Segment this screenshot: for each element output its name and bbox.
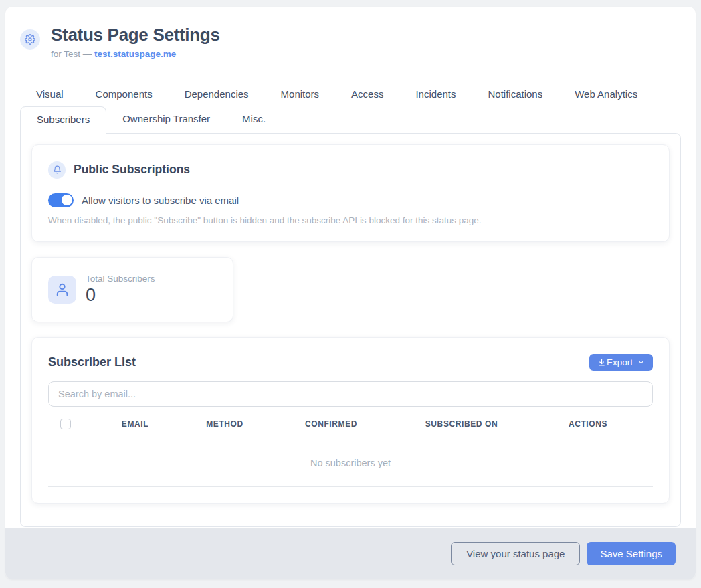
page-header: Status Page Settings for Test — test.sta…	[5, 7, 696, 59]
page-footer: View your status page Save Settings	[5, 528, 696, 579]
subscribe-toggle-row: Allow visitors to subscribe via email	[48, 193, 653, 207]
empty-state-text: No subscribers yet	[48, 439, 653, 487]
export-button-label: Export	[607, 357, 633, 367]
tab-web-analytics[interactable]: Web Analytics	[559, 82, 654, 106]
tab-incidents[interactable]: Incidents	[399, 82, 472, 106]
subscriber-list-header: Subscriber List Export	[48, 354, 653, 371]
export-button[interactable]: Export	[589, 354, 653, 371]
total-subscribers-card: Total Subscribers 0	[31, 257, 233, 322]
chevron-down-icon	[637, 359, 645, 366]
page-title: Status Page Settings	[51, 25, 220, 45]
tab-monitors[interactable]: Monitors	[265, 82, 336, 106]
subscribers-tab-panel: Public Subscriptions Allow visitors to s…	[20, 133, 681, 527]
toggle-help-text: When disabled, the public "Subscribe" bu…	[48, 215, 653, 225]
stat-label: Total Subscribers	[86, 274, 155, 284]
column-header-actions: ACTIONS	[523, 419, 653, 429]
table-header-row: EMAIL METHOD CONFIRMED SUBSCRIBED ON ACT…	[48, 419, 653, 439]
allow-subscribe-toggle[interactable]	[48, 193, 74, 207]
bell-icon	[48, 161, 66, 179]
tab-subscribers[interactable]: Subscribers	[20, 106, 106, 134]
column-header-email: EMAIL	[83, 419, 187, 429]
tab-access[interactable]: Access	[335, 82, 399, 106]
subscriber-list-title: Subscriber List	[48, 355, 136, 369]
subtitle-prefix: for Test —	[51, 49, 92, 59]
header-text: Status Page Settings for Test — test.sta…	[51, 25, 220, 59]
toggle-knob	[62, 195, 72, 205]
status-page-link[interactable]: test.statuspage.me	[94, 49, 176, 59]
tab-components[interactable]: Components	[80, 82, 169, 106]
tab-misc[interactable]: Misc.	[226, 106, 282, 133]
column-header-method: METHOD	[187, 419, 262, 429]
tabs-row-primary: Visual Components Dependencies Monitors …	[5, 82, 696, 106]
subscribers-table: EMAIL METHOD CONFIRMED SUBSCRIBED ON ACT…	[48, 419, 653, 487]
stat-text: Total Subscribers 0	[86, 274, 155, 306]
subscriber-list-card: Subscriber List Export	[31, 337, 670, 504]
gear-icon	[20, 29, 40, 50]
download-icon	[597, 358, 606, 367]
tab-dependencies[interactable]: Dependencies	[169, 82, 265, 106]
tab-notifications[interactable]: Notifications	[472, 82, 559, 106]
select-all-checkbox[interactable]	[60, 419, 71, 429]
tab-ownership-transfer[interactable]: Ownership Transfer	[106, 106, 226, 133]
stat-value: 0	[86, 285, 155, 306]
tab-visual[interactable]: Visual	[20, 82, 80, 106]
public-subscriptions-title: Public Subscriptions	[74, 163, 190, 177]
column-header-confirmed: CONFIRMED	[262, 419, 400, 429]
column-header-subscribed-on: SUBSCRIBED ON	[400, 419, 523, 429]
public-subscriptions-header: Public Subscriptions	[48, 161, 653, 179]
user-icon	[48, 276, 76, 304]
settings-page-card: Status Page Settings for Test — test.sta…	[5, 7, 696, 579]
public-subscriptions-card: Public Subscriptions Allow visitors to s…	[31, 144, 670, 242]
search-input[interactable]	[48, 381, 653, 407]
toggle-label: Allow visitors to subscribe via email	[82, 195, 239, 206]
tabs-row-secondary: Subscribers Ownership Transfer Misc.	[5, 106, 696, 133]
view-status-page-button[interactable]: View your status page	[451, 542, 580, 565]
page-subtitle: for Test — test.statuspage.me	[51, 49, 220, 59]
save-settings-button[interactable]: Save Settings	[587, 542, 676, 565]
